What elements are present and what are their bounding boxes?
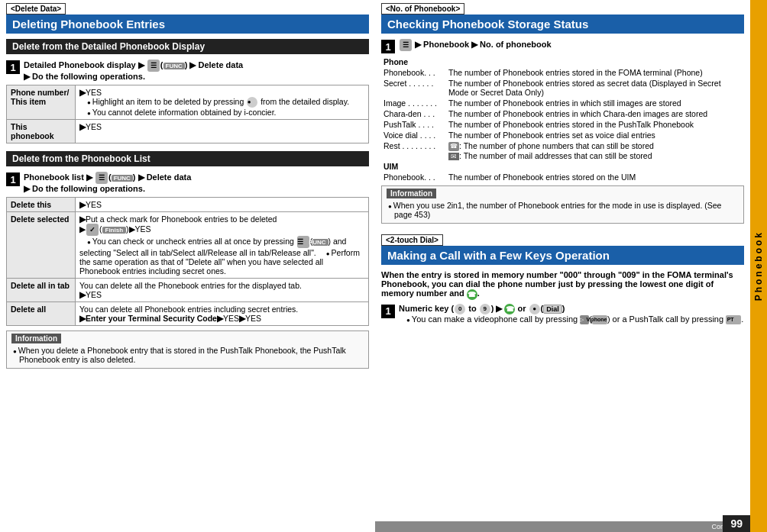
pb-key-phonebook: Phonebook. . . bbox=[381, 67, 446, 78]
dial-btn: Dial bbox=[543, 305, 562, 314]
key-9: 9 bbox=[480, 304, 490, 314]
delete-data-tag: <Delete Data> bbox=[6, 3, 66, 15]
step2-text: Phonebook list bbox=[24, 172, 84, 182]
call-title: Making a Call with a Few Keys Operation bbox=[381, 246, 744, 265]
phone-icon-rest: ☎ bbox=[448, 142, 459, 151]
call-step-content: Numeric key (0 to 9) ▶ ☎ or ●(Dial) You … bbox=[399, 304, 744, 324]
pb-val-rest: ☎: The number of phone numbers that can … bbox=[446, 140, 744, 161]
sidebar-label: Phonebook bbox=[753, 231, 764, 301]
step1-number: 1 bbox=[6, 60, 20, 74]
table-row: Phone number/This item ▶YES Highlight an… bbox=[7, 85, 369, 120]
v-phone-btn: V.phone bbox=[592, 315, 607, 324]
pb-key-uim-pb: Phonebook. . . bbox=[381, 172, 446, 182]
label-delete-all-in-tab: Delete all in tab bbox=[7, 279, 76, 302]
table-row: Phonebook. . . The number of Phonebook e… bbox=[381, 172, 744, 182]
label-phone-number: Phone number/This item bbox=[7, 85, 76, 120]
left-panel: <Delete Data> Deleting Phonebook Entries… bbox=[0, 0, 375, 532]
pb-val-uim-pb: The number of Phonebook entries stored o… bbox=[446, 172, 744, 182]
func-btn1: FUNC bbox=[163, 63, 185, 69]
info-box-left: Information When you delete a Phonebook … bbox=[6, 330, 369, 369]
section2-header: Delete from the Phonebook List bbox=[6, 151, 369, 166]
delete-title: Deleting Phonebook Entries bbox=[6, 15, 369, 34]
info-box-right: Information When you use 2in1, the numbe… bbox=[381, 185, 744, 224]
value-delete-selected: ▶Put a check mark for Phonebook entries … bbox=[76, 212, 369, 279]
pb-val-uim bbox=[446, 161, 744, 172]
table2: Delete this ▶YES Delete selected ▶Put a … bbox=[6, 197, 369, 326]
table-row: Image . . . . . . . The number of Phoneb… bbox=[381, 98, 744, 108]
pb-val-secret: The number of Phonebook entries stored a… bbox=[446, 78, 744, 98]
right-step1-content: ☰ ▶ Phonebook ▶ No. of phonebook bbox=[399, 39, 744, 51]
section1-header: Delete from the Detailed Phonebook Displ… bbox=[6, 39, 369, 54]
envelope-icon-rest: ✉ bbox=[448, 153, 459, 160]
call-phone-icon: ☎ bbox=[467, 289, 477, 300]
table-row: Chara-den . . . The number of Phonebook … bbox=[381, 108, 744, 119]
table1: Phone number/This item ▶YES Highlight an… bbox=[6, 85, 369, 143]
finish-btn: Finish bbox=[102, 227, 127, 234]
info-header-right: Information bbox=[387, 189, 436, 198]
info-bullet-right: When you use 2in1, the number of Phonebo… bbox=[387, 201, 739, 219]
func-btn3: FUNC bbox=[312, 239, 328, 246]
table-row: Delete all in tab You can delete all the… bbox=[7, 279, 369, 302]
pb-key-voicedial: Voice dial . . . . bbox=[381, 130, 446, 140]
pb-val-phonebook: The number of Phonebook entries stored i… bbox=[446, 67, 744, 78]
right-panel: <No. of Phonebook> Checking Phonebook St… bbox=[375, 0, 750, 532]
pb-val-pushtalk: The number of Phonebook entries stored i… bbox=[446, 119, 744, 130]
value-delete-all-in-tab: You can delete all the Phonebook entries… bbox=[76, 279, 369, 302]
touch-dial-tag: <2-touch Dial> bbox=[381, 234, 443, 246]
pb-key-pushtalk: PushTalk . . . . bbox=[381, 119, 446, 130]
pb-val-image: The number of Phonebook entries in which… bbox=[446, 98, 744, 108]
table-row: Voice dial . . . . The number of Phonebo… bbox=[381, 130, 744, 140]
pb-val-chara: The number of Phonebook entries in which… bbox=[446, 108, 744, 119]
pb-key-secret: Secret . . . . . . bbox=[381, 78, 446, 98]
circle-key1: ● bbox=[247, 97, 257, 108]
right-step1-number: 1 bbox=[381, 40, 395, 53]
label-this-phonebook: This phonebook bbox=[7, 120, 76, 143]
value-delete-this: ▶YES bbox=[76, 198, 369, 212]
step1-text: Detailed Phonebook display bbox=[24, 60, 136, 69]
green-phone-icon: ☎ bbox=[504, 304, 515, 314]
table-row: This phonebook ▶YES bbox=[7, 120, 369, 143]
label-delete-all: Delete all bbox=[7, 302, 76, 326]
step2-number: 1 bbox=[6, 172, 20, 186]
call-step-number: 1 bbox=[381, 305, 395, 318]
menu-icon3: ☰ bbox=[297, 236, 309, 248]
pb-key-image: Image . . . . . . . bbox=[381, 98, 446, 108]
info-bullet-left: When you delete a Phonebook entry that i… bbox=[11, 346, 364, 364]
table-row: Delete this ▶YES bbox=[7, 198, 369, 212]
value-this-phonebook: ▶YES bbox=[76, 120, 369, 143]
table-row: Delete selected ▶Put a check mark for Ph… bbox=[7, 212, 369, 279]
step2-content: Phonebook list ▶ ☰(FUNC) ▶ Delete data ▶… bbox=[24, 172, 369, 194]
label-delete-selected: Delete selected bbox=[7, 212, 76, 279]
table-row: Phonebook. . . The number of Phonebook e… bbox=[381, 67, 744, 78]
table-row: PushTalk . . . . The number of Phonebook… bbox=[381, 119, 744, 130]
menu-icon1: ☰ bbox=[147, 60, 160, 72]
step1-content: Detailed Phonebook display ▶ ☰(FUNC) ▶ D… bbox=[24, 60, 369, 82]
pb-key-phone: Phone bbox=[381, 56, 446, 67]
call-desc: When the entry is stored in memory numbe… bbox=[381, 270, 744, 299]
pb-key-chara: Chara-den . . . bbox=[381, 108, 446, 119]
table-row: UIM bbox=[381, 161, 744, 172]
info-header-left: Information bbox=[11, 334, 61, 343]
menu-icon-right: ☰ bbox=[400, 39, 412, 51]
check-title: Checking Phonebook Storage Status bbox=[381, 15, 744, 34]
table-row: Secret . . . . . . The number of Phonebo… bbox=[381, 78, 744, 98]
pb-val-phone bbox=[446, 56, 744, 67]
table-row: Delete all You can delete all Phonebook … bbox=[7, 302, 369, 326]
table-row: Phone bbox=[381, 56, 744, 67]
pb-key-uim: UIM bbox=[381, 161, 446, 172]
continued-label: Continued↑ bbox=[375, 521, 750, 532]
phonebook-sidebar: Phonebook bbox=[750, 0, 767, 532]
table-row: Rest . . . . . . . . ☎: The number of ph… bbox=[381, 140, 744, 161]
value-delete-all: You can delete all Phonebook entries inc… bbox=[76, 302, 369, 326]
pb-key-rest: Rest . . . . . . . . bbox=[381, 140, 446, 161]
value-phone-number: ▶YES Highlight an item to be deleted by … bbox=[76, 85, 369, 120]
pt-icon: PT bbox=[726, 315, 741, 324]
check-icon: ✓ bbox=[86, 224, 99, 236]
page-number: 99 bbox=[723, 515, 750, 532]
phonebook-info-table: Phone Phonebook. . . The number of Phone… bbox=[381, 56, 744, 182]
menu-icon2: ☰ bbox=[95, 172, 108, 184]
pb-val-voicedial: The number of Phonebook entries set as v… bbox=[446, 130, 744, 140]
func-btn2: FUNC bbox=[112, 175, 133, 182]
key-0: 0 bbox=[455, 304, 465, 314]
no-phonebook-tag: <No. of Phonebook> bbox=[381, 3, 464, 15]
